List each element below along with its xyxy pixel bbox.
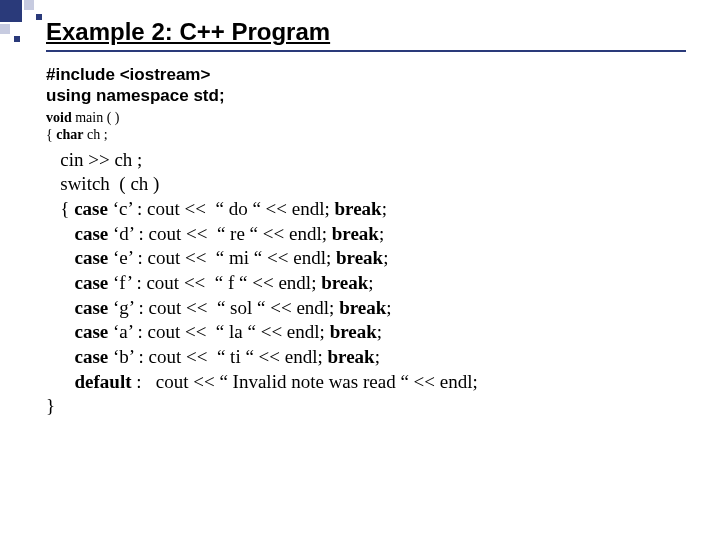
case-a: ‘a’ : cout << “ la “ << endl; [108,321,329,342]
semi: ; [383,247,388,268]
indent [46,297,75,318]
case-kw: case [75,223,109,244]
default-kw: default [75,371,132,392]
case-kw: case [74,198,108,219]
case-kw: case [75,346,109,367]
case-f: ‘f’ : cout << “ f “ << endl; [108,272,321,293]
switch-open: { [46,198,74,219]
semi: ; [379,223,384,244]
semi: ; [382,198,387,219]
case-d: ‘d’ : cout << “ re “ << endl; [108,223,331,244]
break-kw: break [332,223,379,244]
slide-content: Example 2: C++ Program #include <iostrea… [46,18,700,419]
indent [46,346,75,367]
ch-decl: ch ; [83,127,107,142]
semi: ; [386,297,391,318]
break-kw: break [335,198,382,219]
indent [46,371,75,392]
semi: ; [375,346,380,367]
corner-decoration [0,0,48,48]
default-rest: : cout << “ Invalid note was read “ << e… [132,371,478,392]
case-kw: case [75,272,109,293]
case-kw: case [75,247,109,268]
indent [46,247,75,268]
break-kw: break [321,272,368,293]
indent [46,321,75,342]
include-line-1: #include <iostream> [46,64,700,85]
break-kw: break [336,247,383,268]
case-c: ‘c’ : cout << “ do “ << endl; [108,198,335,219]
indent [46,272,75,293]
case-g: ‘g’ : cout << “ sol “ << endl; [108,297,339,318]
case-b: ‘b’ : cout << “ ti “ << endl; [108,346,327,367]
semi: ; [377,321,382,342]
main-rest: main ( ) [72,110,120,125]
title-rule [46,50,686,52]
main-signature: void main ( ) { char ch ; [46,109,700,144]
void-keyword: void [46,110,72,125]
open-brace: { [46,127,56,142]
close-brace: } [46,395,55,416]
include-line-2: using namespace std; [46,85,700,106]
semi: ; [368,272,373,293]
case-kw: case [75,297,109,318]
slide-title: Example 2: C++ Program [46,18,700,46]
switch-line: switch ( ch ) [46,173,159,194]
cin-line: cin >> ch ; [46,149,142,170]
break-kw: break [330,321,377,342]
case-e: ‘e’ : cout << “ mi “ << endl; [108,247,336,268]
indent [46,223,75,244]
code-body: cin >> ch ; switch ( ch ) { case ‘c’ : c… [46,148,700,420]
char-keyword: char [56,127,83,142]
break-kw: break [328,346,375,367]
break-kw: break [339,297,386,318]
case-kw: case [75,321,109,342]
